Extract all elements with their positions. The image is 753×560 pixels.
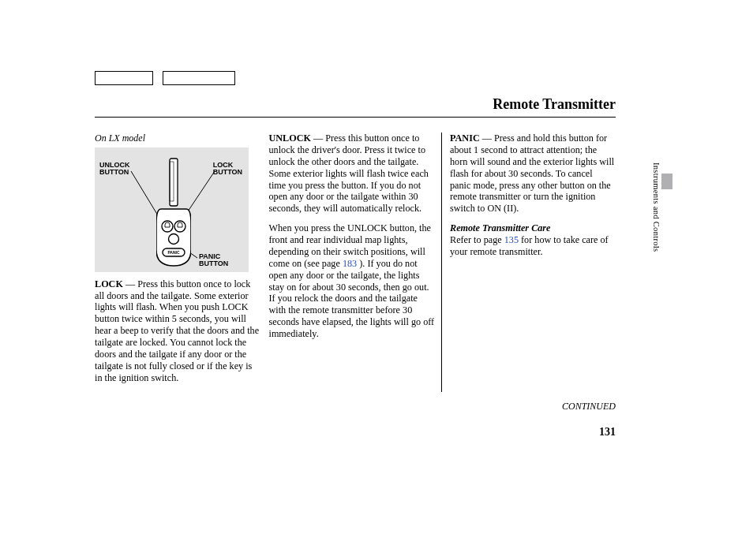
nav-box-prev[interactable] (95, 71, 153, 85)
page-ref-135[interactable]: 135 (504, 234, 519, 245)
lock-paragraph: LOCK — Press this button once to lock al… (95, 278, 260, 384)
column-1: On LX model UNLOCK BUTTON LOCK BUTTON PA… (95, 133, 260, 392)
panic-body: Press and hold this button for about 1 s… (450, 133, 614, 214)
unlock-body: Press this button once to unlock the dri… (269, 133, 429, 214)
page-number: 131 (599, 426, 616, 439)
section-label: Instruments and Controls (652, 162, 661, 252)
unlock-lead: UNLOCK (269, 133, 312, 144)
key-fob-icon: PANIC (156, 157, 191, 267)
panic-gap: — (480, 133, 494, 144)
unlock-gap: — (311, 133, 325, 144)
care-paragraph: Remote Transmitter Care Refer to page 13… (450, 222, 616, 258)
panic-lead: PANIC (450, 133, 480, 144)
page-ref-183[interactable]: 183 (343, 258, 357, 269)
column-3: PANIC — Press and hold this button for a… (450, 133, 616, 392)
panic-paragraph: PANIC — Press and hold this button for a… (450, 133, 616, 215)
lock-lead: LOCK (95, 278, 123, 289)
nav-prev-next-placeholder (95, 71, 242, 85)
care-a: Refer to page (450, 234, 504, 245)
continued-label: CONTINUED (562, 401, 616, 413)
section-thumb-tab (661, 174, 672, 189)
figure-caption: On LX model (95, 133, 260, 144)
column-2: UNLOCK — Press this button once to unloc… (269, 133, 442, 392)
lock-body: Press this button once to lock all doors… (95, 278, 259, 383)
content-columns: On LX model UNLOCK BUTTON LOCK BUTTON PA… (95, 133, 616, 392)
title-rule (95, 117, 616, 118)
key-fob-figure: UNLOCK BUTTON LOCK BUTTON PANIC BUTTON (95, 147, 249, 272)
lock-gap: — (123, 278, 137, 289)
panic-word-on-button: PANIC (167, 250, 180, 255)
unlock-paragraph-2: When you press the UNLOCK button, the fr… (269, 222, 435, 340)
care-heading: Remote Transmitter Care (450, 222, 551, 233)
unlock2-b: ). If you do not open any door or the ta… (269, 258, 435, 339)
page-title: Remote Transmitter (493, 96, 616, 113)
svg-point-7 (169, 233, 179, 244)
nav-box-next[interactable] (163, 71, 235, 85)
unlock-paragraph: UNLOCK — Press this button once to unloc… (269, 133, 435, 215)
